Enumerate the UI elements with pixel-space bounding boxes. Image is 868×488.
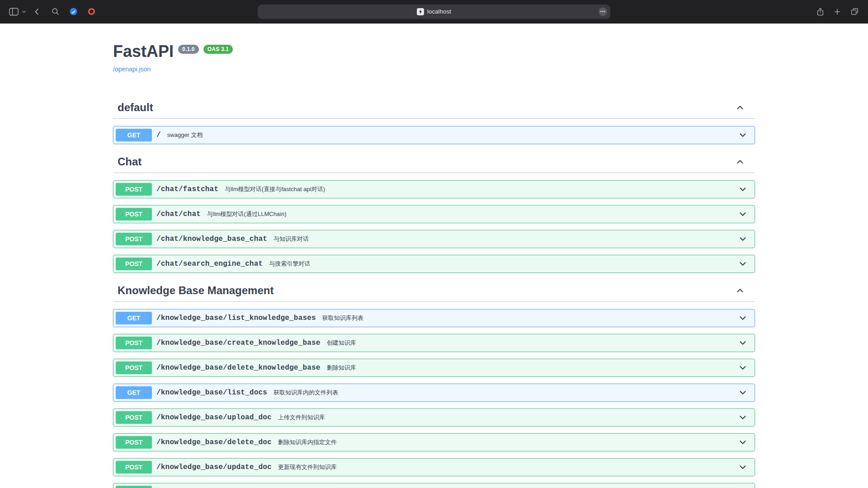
operation-summary: 更新现有文件到知识库: [276, 463, 733, 471]
tag-section-chat: Chat POST /chat/fastchat 与llm模型对话(直接与fas…: [113, 151, 755, 273]
operation-path: /chat/fastchat: [152, 185, 223, 193]
operation-summary: swagger 文档: [165, 131, 733, 139]
operation-row[interactable]: POST /knowledge_base/delete_knowledge_ba…: [113, 359, 755, 377]
page-title: FastAPI: [113, 42, 174, 61]
method-badge: GET: [116, 129, 152, 141]
operation-path: /chat/chat: [152, 210, 205, 218]
operation-summary: 与llm模型对话(通过LLMChain): [205, 210, 733, 218]
chevron-down-icon[interactable]: [733, 209, 752, 219]
operation-row[interactable]: POST /knowledge_base/create_knowledge_ba…: [113, 334, 755, 352]
operation-row[interactable]: POST /knowledge_base/recreate_vector_sto…: [113, 483, 755, 488]
orange-extension-icon[interactable]: [84, 5, 99, 19]
operation-summary: 与搜索引擎对话: [267, 260, 733, 268]
tag-section-knowledge-base: Knowledge Base Management GET /knowledge…: [113, 280, 755, 488]
blue-extension-icon[interactable]: [66, 5, 80, 19]
chevron-down-icon[interactable]: [733, 130, 752, 140]
operation-path: /: [152, 131, 165, 139]
operation-row[interactable]: POST /chat/chat 与llm模型对话(通过LLMChain): [113, 205, 755, 223]
address-bar[interactable]: localhost ⋯: [258, 5, 610, 19]
operation-row[interactable]: POST /knowledge_base/delete_doc 删除知识库内指定…: [113, 433, 755, 451]
chevron-down-icon[interactable]: [733, 259, 752, 269]
method-badge: POST: [116, 183, 152, 196]
operation-summary: 删除知识库内指定文件: [276, 438, 733, 446]
operation-path: /chat/knowledge_base_chat: [152, 235, 272, 243]
operation-row[interactable]: GET / swagger 文档: [113, 126, 755, 144]
chevron-down-icon[interactable]: [733, 413, 752, 422]
swagger-page: FastAPI 0.1.0 OAS 3.1 /openapi.json defa…: [0, 42, 868, 488]
operation-row[interactable]: GET /knowledge_base/list_docs 获取知识库内的文件列…: [113, 384, 755, 402]
new-tab-icon[interactable]: [830, 5, 844, 19]
operation-row[interactable]: POST /knowledge_base/upload_doc 上传文件到知识库: [113, 408, 755, 427]
method-badge: POST: [116, 361, 152, 374]
operation-row[interactable]: POST /knowledge_base/update_doc 更新现有文件到知…: [113, 458, 755, 476]
chevron-down-icon[interactable]: [733, 184, 752, 194]
openapi-spec-link[interactable]: /openapi.json: [113, 66, 151, 73]
operation-summary: 创建知识库: [325, 339, 733, 347]
operation-path: /knowledge_base/update_doc: [152, 463, 276, 471]
back-button[interactable]: [30, 5, 44, 19]
operation-summary: 删除知识库: [325, 364, 733, 372]
section-title: Chat: [118, 155, 734, 168]
version-badge: 0.1.0: [178, 45, 199, 54]
section-header-knowledge-base[interactable]: Knowledge Base Management: [113, 280, 755, 302]
method-badge: POST: [116, 337, 152, 349]
sidebar-icon[interactable]: [6, 5, 21, 19]
tag-section-default: default GET / swagger 文档: [113, 97, 755, 144]
method-badge: POST: [116, 233, 152, 245]
chevron-up-icon[interactable]: [734, 103, 746, 113]
operation-summary: 与llm模型对话(直接与fastchat api对话): [223, 185, 733, 193]
method-badge: GET: [116, 386, 152, 399]
operation-path: /chat/search_engine_chat: [152, 260, 267, 268]
section-header-default[interactable]: default: [113, 97, 755, 119]
site-favicon-icon: [417, 8, 424, 15]
url-text: localhost: [427, 8, 451, 15]
operation-summary: 获取知识库内的文件列表: [272, 389, 733, 397]
tab-overview-icon[interactable]: [847, 5, 862, 19]
chevron-down-icon[interactable]: [733, 338, 752, 348]
chevron-down-icon[interactable]: [733, 313, 752, 323]
chevron-down-icon[interactable]: [733, 363, 752, 373]
operation-row[interactable]: POST /chat/fastchat 与llm模型对话(直接与fastchat…: [113, 180, 755, 198]
chevron-down-icon[interactable]: [733, 388, 752, 398]
chevron-down-icon[interactable]: [733, 437, 752, 447]
chevron-up-icon[interactable]: [734, 286, 746, 296]
method-badge: GET: [116, 312, 152, 324]
chevron-down-icon[interactable]: [22, 9, 26, 14]
operation-path: /knowledge_base/delete_knowledge_base: [152, 364, 325, 372]
section-title: default: [118, 101, 734, 114]
browser-toolbar: localhost ⋯: [0, 0, 868, 23]
chevron-down-icon[interactable]: [733, 234, 752, 244]
method-badge: POST: [116, 411, 152, 424]
oas-badge: OAS 3.1: [203, 45, 233, 54]
api-info: FastAPI 0.1.0 OAS 3.1 /openapi.json: [113, 42, 755, 73]
operation-path: /knowledge_base/delete_doc: [152, 438, 276, 446]
page-options-icon[interactable]: ⋯: [599, 7, 607, 16]
share-icon[interactable]: [813, 5, 827, 19]
operation-row[interactable]: POST /chat/knowledge_base_chat 与知识库对话: [113, 230, 755, 248]
search-icon[interactable]: [48, 5, 62, 19]
method-badge: POST: [116, 461, 152, 474]
operation-summary: 获取知识库列表: [321, 314, 733, 322]
chevron-down-icon[interactable]: [733, 462, 752, 472]
section-title: Knowledge Base Management: [118, 284, 734, 297]
chevron-up-icon[interactable]: [734, 157, 746, 167]
operation-path: /knowledge_base/create_knowledge_base: [152, 339, 325, 347]
method-badge: POST: [116, 486, 152, 488]
operation-summary: 与知识库对话: [272, 235, 733, 243]
operation-path: /knowledge_base/list_docs: [152, 389, 272, 397]
operation-summary: 上传文件到知识库: [276, 413, 733, 422]
method-badge: POST: [116, 258, 152, 270]
sidebar-toggle[interactable]: [6, 5, 26, 19]
method-badge: POST: [116, 436, 152, 449]
operation-path: /knowledge_base/upload_doc: [152, 413, 276, 422]
operation-row[interactable]: GET /knowledge_base/list_knowledge_bases…: [113, 309, 755, 327]
section-header-chat[interactable]: Chat: [113, 151, 755, 173]
operation-row[interactable]: POST /chat/search_engine_chat 与搜索引擎对话: [113, 255, 755, 273]
operation-path: /knowledge_base/list_knowledge_bases: [152, 314, 321, 322]
method-badge: POST: [116, 208, 152, 221]
